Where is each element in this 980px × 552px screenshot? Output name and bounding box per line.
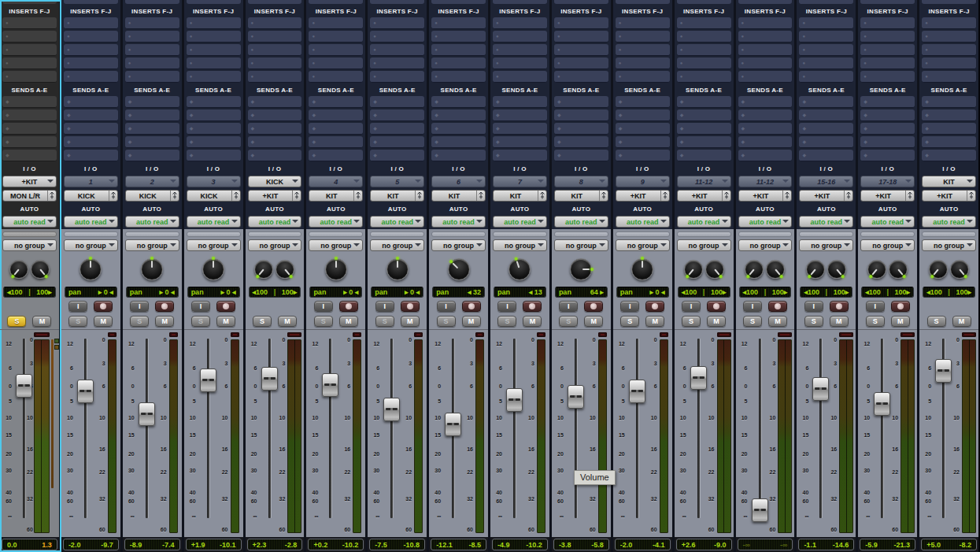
clip-indicator[interactable]: [717, 332, 731, 337]
input-selector[interactable]: 6: [431, 176, 486, 187]
input-selector[interactable]: 8: [554, 176, 608, 187]
record-enable-button[interactable]: [216, 301, 235, 312]
input-monitor-button[interactable]: I: [620, 301, 639, 312]
insert-slot[interactable]: ●: [370, 71, 424, 83]
insert-slot[interactable]: ●: [799, 44, 853, 56]
pan-knob[interactable]: [889, 260, 908, 279]
send-slot[interactable]: ◆: [493, 150, 547, 161]
group-selector[interactable]: no group: [125, 239, 179, 251]
send-slot[interactable]: ◆: [2, 136, 57, 148]
input-monitor-button[interactable]: I: [866, 301, 885, 312]
input-monitor-button[interactable]: I: [191, 301, 210, 312]
mute-button[interactable]: M: [952, 316, 971, 327]
send-slot[interactable]: ◆: [799, 109, 853, 121]
insert-slot[interactable]: ●: [922, 44, 976, 56]
send-slot[interactable]: ◆: [554, 109, 608, 121]
insert-slot[interactable]: ●: [431, 44, 486, 56]
insert-slot[interactable]: ●: [248, 71, 302, 83]
input-selector[interactable]: 2: [125, 176, 179, 187]
input-selector[interactable]: 11-12: [677, 176, 731, 187]
send-slot[interactable]: ◆: [64, 136, 118, 148]
clip-indicator[interactable]: [108, 332, 116, 337]
send-slot[interactable]: ◆: [860, 150, 915, 161]
fader-track[interactable]: [697, 339, 700, 519]
fader-track[interactable]: [84, 339, 87, 519]
pan-knob[interactable]: [325, 258, 347, 280]
record-enable-button[interactable]: [645, 301, 664, 312]
mute-button[interactable]: M: [768, 316, 787, 327]
pan-knob[interactable]: [141, 258, 163, 280]
insert-slot[interactable]: ●: [125, 17, 179, 29]
volume-peak-readout[interactable]: +2.6 -9.0: [676, 539, 732, 550]
send-slot[interactable]: ◆: [125, 109, 179, 121]
insert-slot[interactable]: ●: [738, 44, 793, 56]
insert-slot[interactable]: ●: [187, 44, 241, 56]
insert-slot[interactable]: ●: [64, 44, 118, 56]
group-selector[interactable]: no group: [2, 239, 57, 251]
insert-slot[interactable]: ●: [799, 17, 853, 29]
send-slot[interactable]: ◆: [187, 123, 241, 135]
send-slot[interactable]: ◆: [922, 150, 976, 161]
insert-slot[interactable]: ●: [2, 71, 57, 83]
pan-knob[interactable]: [276, 260, 294, 279]
insert-slot[interactable]: ●: [248, 17, 302, 29]
clip-indicator[interactable]: [169, 332, 178, 337]
output-window-icon[interactable]: [109, 191, 117, 201]
input-selector[interactable]: 4: [309, 176, 363, 187]
insert-slot[interactable]: ●: [309, 44, 363, 56]
insert-slot[interactable]: ●: [616, 57, 670, 69]
send-slot[interactable]: ◆: [493, 109, 547, 121]
solo-button[interactable]: S: [559, 316, 578, 327]
automation-mode-selector[interactable]: auto read: [677, 216, 731, 228]
insert-slot[interactable]: ●: [677, 31, 731, 43]
send-slot[interactable]: ◆: [616, 150, 670, 161]
insert-slot[interactable]: ●: [616, 71, 670, 83]
output-window-icon[interactable]: [353, 191, 362, 201]
output-window-icon[interactable]: [782, 191, 791, 201]
insert-slot[interactable]: ●: [554, 44, 608, 56]
output-window-icon[interactable]: [967, 191, 975, 201]
clip-indicator[interactable]: [962, 332, 976, 337]
clip-indicator[interactable]: [414, 332, 423, 337]
volume-peak-readout[interactable]: +2.3 -2.8: [247, 539, 303, 550]
input-monitor-button[interactable]: I: [130, 301, 149, 312]
output-selector[interactable]: KIT: [554, 190, 608, 202]
insert-slot[interactable]: ●: [248, 57, 302, 69]
clip-indicator[interactable]: [287, 332, 301, 337]
automation-mode-selector[interactable]: auto read: [922, 216, 976, 228]
send-slot[interactable]: ◆: [431, 123, 486, 135]
volume-fader[interactable]: [690, 366, 707, 390]
insert-slot[interactable]: ●: [922, 17, 976, 29]
record-enable-button[interactable]: [401, 301, 420, 312]
send-slot[interactable]: ◆: [431, 136, 486, 148]
group-selector[interactable]: no group: [922, 239, 976, 251]
pan-display[interactable]: ◂100|100▸: [923, 287, 975, 298]
pan-display[interactable]: pan▸ 0 ◂: [187, 287, 240, 298]
output-selector[interactable]: KICK: [64, 190, 118, 202]
fader-track[interactable]: [759, 339, 761, 519]
send-slot[interactable]: ◆: [493, 136, 547, 148]
solo-button[interactable]: S: [130, 316, 149, 327]
insert-slot[interactable]: ●: [248, 31, 302, 43]
group-selector[interactable]: no group: [860, 239, 915, 251]
input-selector[interactable]: 15-16: [799, 176, 853, 187]
clip-indicator[interactable]: [778, 332, 792, 337]
solo-button[interactable]: S: [682, 316, 701, 327]
pan-display[interactable]: ◂100|100▸: [739, 287, 792, 298]
clip-indicator[interactable]: [598, 332, 607, 337]
output-selector[interactable]: +KIT: [248, 190, 302, 202]
send-slot[interactable]: ◆: [860, 109, 915, 121]
output-window-icon[interactable]: [47, 191, 56, 201]
input-selector[interactable]: KIT: [922, 176, 976, 187]
fader-track[interactable]: [390, 339, 393, 519]
send-slot[interactable]: ◆: [309, 109, 363, 121]
volume-peak-readout[interactable]: +0.2 -10.2: [308, 539, 364, 550]
insert-slot[interactable]: ●: [922, 71, 976, 83]
volume-fader[interactable]: [812, 377, 829, 401]
pan-knob[interactable]: [867, 260, 886, 279]
send-slot[interactable]: ◆: [125, 123, 179, 135]
insert-slot[interactable]: ●: [187, 57, 241, 69]
insert-slot[interactable]: ●: [677, 71, 731, 83]
send-slot[interactable]: ◆: [2, 96, 57, 108]
insert-slot[interactable]: ●: [370, 57, 424, 69]
